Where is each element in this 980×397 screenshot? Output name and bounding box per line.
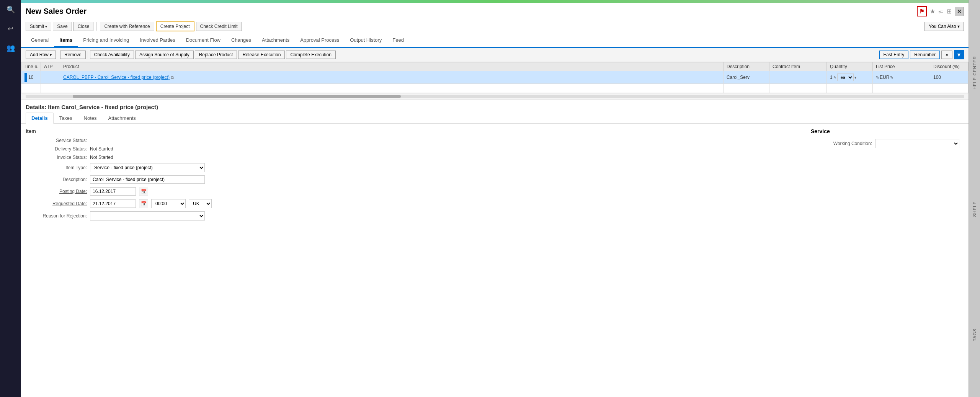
posting-date-label[interactable]: Posting Date: — [26, 189, 87, 194]
create-with-reference-button[interactable]: Create with Reference — [100, 22, 154, 31]
tags-label[interactable]: TAGS — [972, 325, 977, 345]
grid-icon[interactable]: ⊞ — [947, 8, 952, 15]
assign-source-button[interactable]: Assign Source of Supply — [135, 51, 194, 59]
posting-date-row: Posting Date: 📅 — [26, 187, 795, 196]
detail-tab-attachments[interactable]: Attachments — [103, 113, 142, 124]
submit-button[interactable]: Submit ▾ — [26, 22, 51, 31]
replace-product-button[interactable]: Replace Product — [195, 51, 237, 59]
detail-tab-details[interactable]: Details — [26, 113, 54, 124]
window-frame: New Sales Order ⚑ ★ 🏷 ⊞ ✕ Submit ▾ — [21, 3, 969, 397]
check-availability-button[interactable]: Check Availability — [90, 51, 134, 59]
main-content: New Sales Order ⚑ ★ 🏷 ⊞ ✕ Submit ▾ — [21, 0, 969, 397]
you-can-also-button[interactable]: You Can Also ▾ — [924, 22, 964, 31]
item-type-label: Item Type: — [26, 165, 87, 170]
submit-dropdown-icon[interactable]: ▾ — [45, 25, 47, 29]
top-bar — [21, 0, 969, 3]
page-title: New Sales Order — [26, 7, 87, 16]
tab-general[interactable]: General — [26, 34, 54, 47]
check-credit-limit-button[interactable]: Check Credit Limit — [196, 22, 242, 31]
col-header-list-price: List Price — [873, 62, 930, 71]
tab-output-history[interactable]: Output History — [345, 34, 387, 47]
details-content: Item Service Status: Delivery Status: No… — [21, 124, 969, 228]
tab-items[interactable]: Items — [54, 34, 78, 47]
title-bar-left: New Sales Order — [26, 7, 87, 16]
col-header-quantity: Quantity — [827, 62, 873, 71]
currency-edit-icon[interactable]: ✎ — [890, 75, 893, 80]
complete-execution-button[interactable]: Complete Execution — [286, 51, 335, 59]
line-sort-icon[interactable]: ⇅ — [34, 65, 38, 69]
tab-attachments[interactable]: Attachments — [256, 34, 295, 47]
item-type-select[interactable]: Service - fixed price (project) — [90, 163, 205, 172]
timezone-select[interactable]: UK — [189, 199, 212, 208]
details-right: Service Working Condition: — [811, 128, 964, 224]
search-icon[interactable]: 🔍 — [5, 4, 16, 15]
create-project-button[interactable]: Create Project — [156, 21, 194, 31]
title-bar-right: ⚑ ★ 🏷 ⊞ ✕ — [917, 6, 964, 16]
shelf-label[interactable]: SHELF — [972, 198, 977, 221]
unit-select[interactable]: ea — [837, 74, 854, 81]
remove-button[interactable]: Remove — [60, 51, 86, 59]
detail-tab-taxes[interactable]: Taxes — [54, 113, 78, 124]
delivery-status-row: Delivery Status: Not Started — [26, 146, 795, 152]
qty-edit-icon[interactable]: ✎ — [833, 75, 836, 80]
time-select[interactable]: 00:00 — [151, 199, 186, 208]
unit-dropdown-icon[interactable]: ▾ — [854, 75, 856, 80]
posting-date-calendar-icon[interactable]: 📅 — [139, 187, 148, 196]
tab-document-flow[interactable]: Document Flow — [181, 34, 226, 47]
toolbar: Submit ▾ Save Close Create with Referenc… — [21, 19, 969, 34]
tab-involved-parties[interactable]: Involved Parties — [134, 34, 181, 47]
right-sidebar: HELP CENTER SHELF TAGS — [969, 0, 980, 397]
help-center-label[interactable]: HELP CENTER — [972, 52, 977, 93]
close-button[interactable]: Close — [74, 22, 94, 31]
detail-tab-notes[interactable]: Notes — [78, 113, 103, 124]
posting-date-input[interactable] — [90, 187, 136, 196]
filter-icon: ▼ — [956, 52, 962, 58]
requested-date-label[interactable]: Requested Date: — [26, 201, 87, 206]
star-icon[interactable]: ★ — [930, 8, 935, 15]
tab-approval-process[interactable]: Approval Process — [295, 34, 345, 47]
flag-icon[interactable]: ⚑ — [919, 8, 924, 15]
tab-changes[interactable]: Changes — [226, 34, 256, 47]
add-row-button[interactable]: Add Row ▾ — [26, 51, 56, 59]
cell-quantity[interactable]: 1 ✎ ea ▾ — [827, 71, 873, 84]
fast-entry-button[interactable]: Fast Entry — [879, 51, 909, 59]
product-link[interactable]: CAROL_PBFP - Carol_Service - fixed price… — [63, 75, 170, 80]
reason-rejection-label: Reason for Rejection: — [26, 213, 87, 219]
cell-product[interactable]: CAROL_PBFP - Carol_Service - fixed price… — [60, 71, 724, 84]
requested-date-input[interactable] — [90, 199, 136, 208]
release-execution-button[interactable]: Release Execution — [238, 51, 285, 59]
renumber-button[interactable]: Renumber — [910, 51, 940, 59]
users-icon[interactable]: 👥 — [5, 42, 16, 54]
more-actions-button[interactable]: » — [941, 51, 952, 59]
tab-pricing[interactable]: Pricing and Invoicing — [78, 34, 134, 47]
copy-icon[interactable]: ⧉ — [171, 75, 174, 80]
toolbar-separator-1 — [96, 22, 97, 31]
navigation-icon[interactable]: ↩ — [5, 23, 16, 34]
invoice-status-row: Invoice Status: Not Started — [26, 155, 795, 160]
horizontal-scrollbar[interactable] — [26, 95, 964, 98]
close-window-button[interactable]: ✕ — [955, 7, 964, 16]
table-row[interactable]: 10 CAROL_PBFP - Carol_Service - fixed pr… — [21, 71, 969, 84]
cell-list-price[interactable]: ✎ EUR ✎ — [873, 71, 930, 84]
description-input[interactable] — [90, 175, 205, 184]
reason-rejection-select[interactable] — [90, 211, 205, 221]
filter-button[interactable]: ▼ — [954, 50, 964, 59]
delivery-status-label: Delivery Status: — [26, 146, 87, 152]
save-button[interactable]: Save — [53, 22, 72, 31]
requested-date-calendar-icon[interactable]: 📅 — [139, 199, 148, 208]
nav-tabs: General Items Pricing and Invoicing Invo… — [21, 34, 969, 48]
add-row-dropdown-icon[interactable]: ▾ — [50, 53, 52, 57]
items-table-container: Line ⇅ ATP Product Description Contract … — [21, 62, 969, 100]
description-row: Description: — [26, 175, 795, 184]
details-section: Details: Item Carol_Service - fixed pric… — [21, 100, 969, 397]
tab-feed[interactable]: Feed — [387, 34, 409, 47]
tag-icon[interactable]: 🏷 — [938, 8, 944, 15]
price-edit-icon[interactable]: ✎ — [876, 75, 879, 80]
col-header-atp: ATP — [41, 62, 60, 71]
col-header-discount: Discount (%) — [930, 62, 969, 71]
scrollbar-thumb[interactable] — [73, 95, 401, 98]
service-section-title: Service — [811, 128, 964, 134]
service-status-row: Service Status: — [26, 138, 795, 143]
col-header-product: Product — [60, 62, 724, 71]
working-condition-select[interactable] — [875, 139, 959, 148]
